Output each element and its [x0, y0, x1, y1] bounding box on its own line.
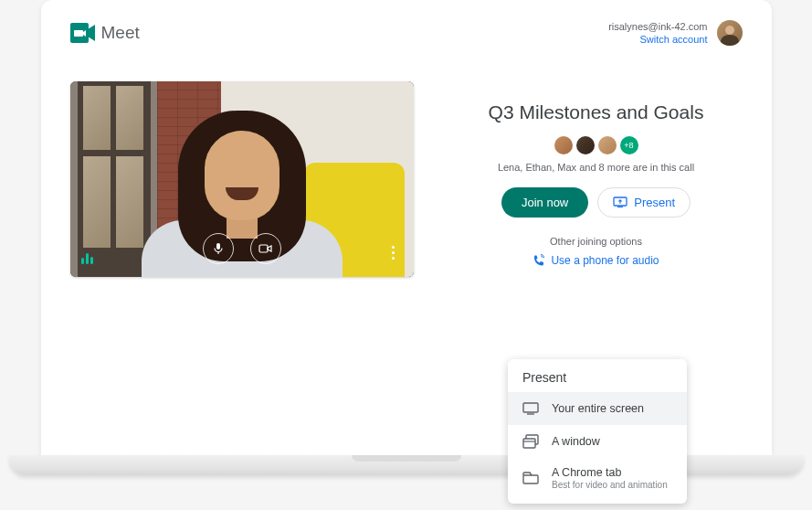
other-options-label: Other joining options	[550, 236, 642, 247]
camera-icon	[258, 243, 273, 254]
video-controls	[203, 233, 281, 264]
present-option-chrome-tab[interactable]: A Chrome tab Best for video and animatio…	[508, 458, 687, 498]
join-panel: Q3 Milestones and Goals +8 Lena, Ethan, …	[450, 81, 743, 267]
participant-avatar	[598, 136, 617, 154]
menu-item-label: A Chrome tab	[552, 466, 672, 479]
brand: Meet	[70, 23, 140, 43]
join-now-button[interactable]: Join now	[501, 187, 588, 218]
present-option-entire-screen[interactable]: Your entire screen	[508, 392, 687, 425]
menu-item-subtext: Best for video and animation	[552, 480, 672, 490]
account-email: risalynes@ink-42.com	[608, 20, 707, 33]
svg-rect-7	[523, 403, 538, 412]
audio-level-icon	[81, 253, 93, 264]
account-text: risalynes@ink-42.com Switch account	[608, 20, 707, 47]
account-area: risalynes@ink-42.com Switch account	[608, 20, 742, 47]
main-content: Q3 Milestones and Goals +8 Lena, Ethan, …	[70, 81, 743, 277]
present-menu-popup: Present Your entire screen A window	[508, 359, 687, 504]
present-menu-title: Present	[508, 370, 687, 392]
present-button-label: Present	[634, 196, 675, 209]
svg-rect-12	[523, 475, 538, 483]
menu-item-label: A window	[552, 435, 672, 448]
svg-rect-1	[74, 30, 83, 37]
meet-logo-icon	[70, 23, 96, 43]
action-buttons: Join now Present	[501, 187, 691, 218]
microphone-toggle-button[interactable]	[203, 233, 234, 264]
present-button[interactable]: Present	[597, 187, 691, 218]
tab-icon	[522, 470, 539, 486]
participant-avatar	[576, 136, 595, 154]
participants-avatars: +8	[554, 136, 638, 154]
phone-audio-icon	[533, 254, 545, 267]
participant-avatar	[554, 136, 573, 154]
camera-toggle-button[interactable]	[250, 233, 281, 264]
monitor-icon	[522, 400, 539, 417]
self-video-preview	[70, 81, 414, 277]
present-screen-icon	[613, 197, 627, 207]
microphone-icon	[212, 242, 225, 255]
svg-rect-4	[259, 245, 268, 252]
use-phone-label: Use a phone for audio	[551, 254, 659, 267]
menu-item-label: Your entire screen	[552, 402, 672, 415]
svg-rect-2	[216, 243, 220, 250]
more-vertical-icon	[392, 246, 395, 260]
participants-more-badge: +8	[620, 136, 638, 154]
meeting-title: Q3 Milestones and Goals	[489, 101, 704, 123]
video-more-options-button[interactable]	[383, 242, 405, 264]
present-option-window[interactable]: A window	[508, 425, 687, 458]
window-icon	[522, 433, 539, 450]
participants-summary: Lena, Ethan, Max and 8 more are in this …	[498, 162, 694, 173]
svg-rect-10	[523, 439, 535, 448]
switch-account-link[interactable]: Switch account	[608, 33, 707, 46]
use-phone-link[interactable]: Use a phone for audio	[533, 254, 659, 267]
user-avatar[interactable]	[717, 20, 743, 46]
brand-name: Meet	[101, 23, 140, 43]
header: Meet risalynes@ink-42.com Switch account	[70, 20, 743, 47]
